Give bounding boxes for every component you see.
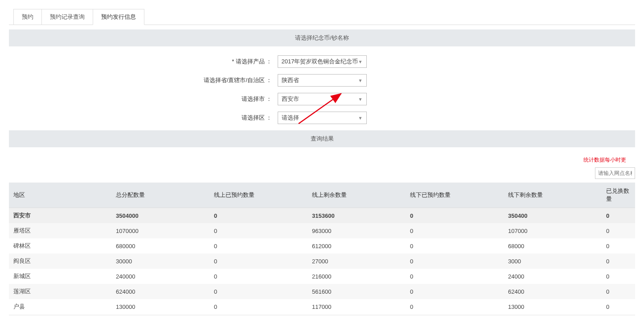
tab-issue-info[interactable]: 预约发行信息 <box>93 9 144 25</box>
cell-offline_booked: 0 <box>406 238 504 254</box>
cell-online_remain: 216000 <box>308 269 406 284</box>
cell-online_booked: 0 <box>209 223 308 238</box>
cell-offline_booked: 0 <box>406 314 504 316</box>
cell-region: 新城区 <box>9 269 111 284</box>
cell-offline_booked: 0 <box>406 269 504 284</box>
table-row: 雁塔区1070000096300001070000 <box>9 223 635 238</box>
section-select-coin-header: 请选择纪念币/钞名称 <box>9 29 635 46</box>
cell-redeemed: 0 <box>602 254 635 269</box>
product-label: * 请选择产品 ： <box>126 58 278 66</box>
cell-offline_remain: 62400 <box>504 284 602 299</box>
cell-redeemed: 0 <box>602 269 635 284</box>
cell-offline_remain: 350400 <box>504 208 602 224</box>
cell-offline_booked: 0 <box>406 254 504 269</box>
cell-redeemed: 0 <box>602 284 635 299</box>
cell-online_booked: 0 <box>209 314 308 316</box>
table-row: 碑林区68000006120000680000 <box>9 238 635 254</box>
cell-total: 30000 <box>111 254 209 269</box>
cell-region: 临潼区 <box>9 314 111 316</box>
cell-online_remain: 27000 <box>308 254 406 269</box>
district-select[interactable]: 请选择 ▼ <box>278 112 367 124</box>
product-select-value: 2017年贺岁双色铜合金纪念币 <box>282 58 358 66</box>
cell-total: 3504000 <box>111 208 209 224</box>
cell-region: 雁塔区 <box>9 223 111 238</box>
cell-offline_booked: 0 <box>406 299 504 314</box>
chevron-down-icon: ▼ <box>358 116 363 121</box>
main-content: 请选择纪念币/钞名称 * 请选择产品 ： 2017年贺岁双色铜合金纪念币 ▼ 请… <box>9 25 635 316</box>
cell-online_remain: 99000 <box>308 314 406 316</box>
cell-online_remain: 612000 <box>308 238 406 254</box>
city-select[interactable]: 西安市 ▼ <box>278 93 367 105</box>
cell-online_booked: 0 <box>209 254 308 269</box>
province-select-value: 陕西省 <box>282 76 299 84</box>
cell-offline_remain: 107000 <box>504 223 602 238</box>
th-redeemed: 已兑换数量 <box>602 183 635 208</box>
table-header-row: 地区 总分配数量 线上已预约数量 线上剩余数量 线下已预约数量 线下剩余数量 已… <box>9 183 635 208</box>
filter-form: * 请选择产品 ： 2017年贺岁双色铜合金纪念币 ▼ 请选择省/直辖市/自治区… <box>9 55 635 124</box>
province-label: 请选择省/直辖市/自治区 ： <box>126 76 278 84</box>
product-select[interactable]: 2017年贺岁双色铜合金纪念币 ▼ <box>278 55 367 68</box>
cell-region: 碑林区 <box>9 238 111 254</box>
cell-region: 西安市 <box>9 208 111 224</box>
district-select-value: 请选择 <box>282 114 299 122</box>
cell-offline_remain: 24000 <box>504 269 602 284</box>
cell-total: 130000 <box>111 299 209 314</box>
search-input[interactable] <box>595 167 635 179</box>
section-result-header: 查询结果 <box>9 130 635 147</box>
cell-offline_remain: 11000 <box>504 314 602 316</box>
tab-reservation[interactable]: 预约 <box>13 9 42 25</box>
cell-region: 莲湖区 <box>9 284 111 299</box>
th-online-booked: 线上已预约数量 <box>209 183 308 208</box>
cell-total: 1070000 <box>111 223 209 238</box>
province-select[interactable]: 陕西省 ▼ <box>278 74 367 87</box>
stats-notice: 统计数据每小时更 <box>9 156 626 164</box>
cell-online_remain: 963000 <box>308 223 406 238</box>
cell-online_booked: 0 <box>209 299 308 314</box>
result-table: 地区 总分配数量 线上已预约数量 线上剩余数量 线下已预约数量 线下剩余数量 已… <box>9 183 635 316</box>
cell-online_booked: 0 <box>209 238 308 254</box>
table-row: 莲湖区62400005616000624000 <box>9 284 635 299</box>
cell-redeemed: 0 <box>602 208 635 224</box>
cell-online_remain: 3153600 <box>308 208 406 224</box>
cell-redeemed: 0 <box>602 299 635 314</box>
cell-offline_booked: 0 <box>406 208 504 224</box>
chevron-down-icon: ▼ <box>358 78 363 83</box>
cell-redeemed: 0 <box>602 314 635 316</box>
th-region: 地区 <box>9 183 111 208</box>
table-row: 阎良区30000027000030000 <box>9 254 635 269</box>
cell-online_booked: 0 <box>209 269 308 284</box>
cell-online_remain: 561600 <box>308 284 406 299</box>
cell-offline_booked: 0 <box>406 223 504 238</box>
cell-online_remain: 117000 <box>308 299 406 314</box>
table-row: 临潼区1100000990000110000 <box>9 314 635 316</box>
th-online-remain: 线上剩余数量 <box>308 183 406 208</box>
chevron-down-icon: ▼ <box>358 97 363 102</box>
th-total: 总分配数量 <box>111 183 209 208</box>
cell-online_booked: 0 <box>209 208 308 224</box>
cell-redeemed: 0 <box>602 223 635 238</box>
cell-redeemed: 0 <box>602 238 635 254</box>
tabs-container: 预约 预约记录查询 预约发行信息 <box>13 9 644 25</box>
chevron-down-icon: ▼ <box>358 59 363 64</box>
district-label: 请选择区 ： <box>126 114 278 122</box>
cell-offline_remain: 13000 <box>504 299 602 314</box>
cell-total: 624000 <box>111 284 209 299</box>
cell-total: 110000 <box>111 314 209 316</box>
cell-total: 680000 <box>111 238 209 254</box>
tab-record-query[interactable]: 预约记录查询 <box>41 9 93 25</box>
table-row: 户县13000001170000130000 <box>9 299 635 314</box>
cell-online_booked: 0 <box>209 284 308 299</box>
th-offline-remain: 线下剩余数量 <box>504 183 602 208</box>
cell-region: 户县 <box>9 299 111 314</box>
table-row: 新城区24000002160000240000 <box>9 269 635 284</box>
th-offline-booked: 线下已预约数量 <box>406 183 504 208</box>
city-label: 请选择市 ： <box>126 95 278 103</box>
cell-offline_booked: 0 <box>406 284 504 299</box>
table-summary-row: 西安市35040000315360003504000 <box>9 208 635 224</box>
city-select-value: 西安市 <box>282 95 299 103</box>
cell-total: 240000 <box>111 269 209 284</box>
cell-offline_remain: 68000 <box>504 238 602 254</box>
cell-region: 阎良区 <box>9 254 111 269</box>
cell-offline_remain: 3000 <box>504 254 602 269</box>
